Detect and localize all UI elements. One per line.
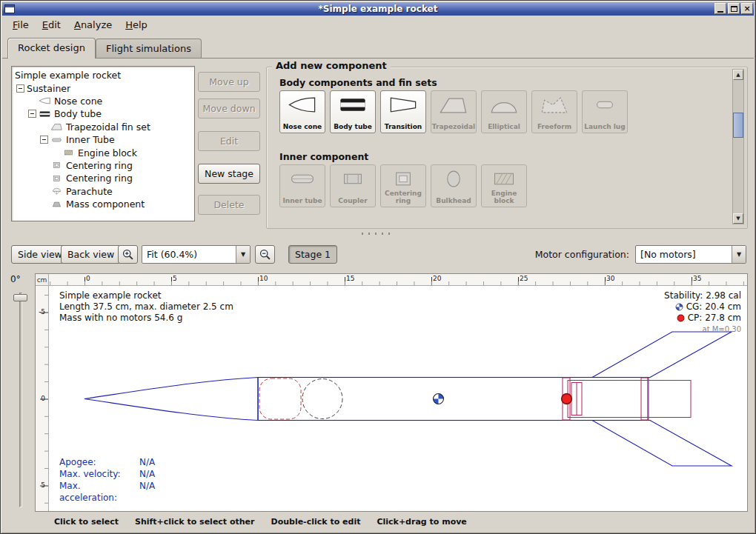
centering-ring-icon bbox=[50, 174, 63, 183]
menu-file[interactable]: File bbox=[7, 17, 35, 33]
move-up-button: Move up bbox=[198, 72, 260, 92]
add-trapezoidal-fin-button: Trapezoidal bbox=[431, 90, 477, 133]
tree-item-label: Centering ring bbox=[66, 173, 133, 184]
inner-tube-icon bbox=[286, 169, 319, 189]
palette-button-label: Trapezoidal bbox=[432, 124, 475, 131]
ruler-tick-label: 0 bbox=[86, 275, 90, 282]
add-centering-ring-button: Centering ring bbox=[380, 164, 426, 207]
ruler-tick-label: 15 bbox=[346, 275, 354, 282]
palette-button-label: Engine block bbox=[482, 190, 526, 204]
tree-item-label: Sustainer bbox=[27, 83, 70, 94]
nose-cone-outline[interactable] bbox=[84, 378, 258, 421]
chevron-down-icon[interactable]: ▼ bbox=[236, 246, 250, 263]
centering-ring-icon bbox=[387, 169, 420, 189]
menu-help[interactable]: Help bbox=[119, 17, 153, 33]
ruler-tick-label: 10 bbox=[259, 275, 268, 282]
add-freeform-fin-button: Freeform bbox=[531, 90, 577, 133]
close-button[interactable]: × bbox=[741, 3, 753, 14]
parachute-outline[interactable] bbox=[259, 378, 301, 419]
tree-item-body-tube[interactable]: Body tube bbox=[12, 107, 194, 120]
tree-item-label: Simple example rocket bbox=[15, 70, 121, 81]
zoom-value: Fit (60.4%) bbox=[142, 249, 236, 260]
tree-collapse-icon[interactable] bbox=[28, 110, 36, 118]
stability-value: Stability: 2.98 cal bbox=[664, 290, 741, 301]
splitter-handle[interactable] bbox=[2, 231, 754, 237]
zoom-combo[interactable]: Fit (60.4%)▼ bbox=[142, 245, 251, 264]
add-coupler-button: Coupler bbox=[330, 164, 376, 207]
close-icon: × bbox=[743, 4, 750, 13]
tree-item-label: Engine block bbox=[78, 147, 137, 158]
tab-rocket-design[interactable]: Rocket design bbox=[7, 38, 96, 59]
engine-block-icon bbox=[62, 148, 75, 157]
hint-shift-click: Shift+click to select other bbox=[135, 517, 255, 527]
add-body-tube-button[interactable]: Body tube bbox=[330, 90, 376, 133]
title-bar[interactable]: *Simple example rocket × bbox=[2, 2, 754, 16]
tab-strip: Rocket design Flight simulations bbox=[2, 35, 202, 59]
tree-item-mass-component[interactable]: Mass component bbox=[12, 198, 194, 210]
mass-component-outline[interactable] bbox=[302, 379, 342, 419]
tree-item-parachute[interactable]: Parachute bbox=[12, 185, 194, 198]
hint-click-select: Click to select bbox=[54, 517, 119, 527]
zoom-out-button[interactable] bbox=[255, 245, 275, 264]
rotation-angle-label: 0° bbox=[10, 274, 21, 284]
tree-item-centering-ring-2[interactable]: Centering ring bbox=[12, 172, 194, 184]
scroll-up-icon[interactable]: ▲ bbox=[733, 70, 743, 80]
rocket-canvas[interactable]: Simple example rocket Length 37.5 cm, ma… bbox=[49, 286, 749, 513]
inner-tube-outline[interactable] bbox=[568, 381, 691, 418]
cp-marker bbox=[562, 394, 572, 404]
vertical-ruler: -5 0 5 bbox=[36, 286, 49, 511]
rotation-slider-handle[interactable] bbox=[13, 294, 27, 301]
cg-value: CG: 20.4 cm bbox=[686, 301, 741, 313]
edit-button: Edit bbox=[198, 131, 260, 151]
scrollbar-thumb[interactable] bbox=[733, 113, 743, 138]
maximize-button[interactable] bbox=[728, 3, 740, 14]
apogee-label: Apogee: bbox=[59, 456, 139, 468]
zoom-in-button[interactable] bbox=[118, 245, 138, 264]
fin-set-icon bbox=[50, 122, 63, 131]
new-stage-button[interactable]: New stage bbox=[198, 164, 260, 184]
scroll-down-icon[interactable]: ▼ bbox=[733, 213, 743, 224]
flight-data: Apogee:N/A Max. velocity:N/A Max. accele… bbox=[59, 456, 155, 504]
ruler-tick-label: 35 bbox=[693, 275, 701, 282]
tree-collapse-icon[interactable] bbox=[40, 136, 48, 144]
tree-item-nose-cone[interactable]: Nose cone bbox=[12, 95, 194, 107]
apogee-value: N/A bbox=[139, 456, 155, 468]
tree-collapse-icon[interactable] bbox=[16, 84, 24, 93]
tree-item-inner-tube[interactable]: Inner Tube bbox=[12, 133, 194, 146]
back-view-button[interactable]: Back view bbox=[61, 245, 121, 264]
tree-item-rocket[interactable]: Simple example rocket bbox=[12, 69, 194, 81]
rocket-info: Simple example rocket Length 37.5 cm, ma… bbox=[59, 290, 233, 324]
palette-button-label: Transition bbox=[385, 124, 422, 131]
centering-ring-icon bbox=[50, 161, 63, 170]
menu-analyze[interactable]: Analyze bbox=[68, 17, 118, 33]
tree-item-centering-ring-1[interactable]: Centering ring bbox=[12, 159, 194, 172]
maximize-icon bbox=[731, 6, 737, 12]
tree-item-sustainer[interactable]: Sustainer bbox=[12, 81, 194, 94]
minimize-button[interactable] bbox=[714, 3, 726, 14]
add-transition-button[interactable]: Transition bbox=[380, 90, 426, 133]
palette-button-label: Bulkhead bbox=[436, 198, 471, 205]
motor-configuration-combo[interactable]: [No motors]▼ bbox=[635, 245, 746, 264]
rotation-slider-track[interactable] bbox=[19, 293, 22, 507]
fin-top-outline[interactable] bbox=[592, 332, 732, 378]
fin-bottom-outline[interactable] bbox=[592, 421, 732, 467]
tree-item-trapezoidal-fin-set[interactable]: Trapezoidal fin set bbox=[12, 121, 194, 133]
add-nose-cone-button[interactable]: Nose cone bbox=[279, 90, 325, 133]
menu-edit[interactable]: Edit bbox=[36, 17, 67, 33]
ruler-tick-label: 20 bbox=[433, 275, 441, 282]
tab-flight-simulations[interactable]: Flight simulations bbox=[96, 39, 202, 58]
minimize-icon bbox=[717, 11, 723, 13]
palette-scrollbar[interactable]: ▲ ▼ bbox=[732, 69, 744, 224]
tree-item-engine-block[interactable]: Engine block bbox=[12, 146, 194, 158]
ruler-tick-label: 25 bbox=[520, 275, 528, 282]
body-tube-outline[interactable] bbox=[258, 378, 648, 421]
stage-1-toggle[interactable]: Stage 1 bbox=[288, 245, 337, 264]
chevron-down-icon[interactable]: ▼ bbox=[732, 246, 746, 263]
component-tree[interactable]: Simple example rocket Sustainer Nose con… bbox=[11, 66, 195, 221]
menu-bar: File Edit Analyze Help bbox=[2, 16, 754, 34]
zoom-in-icon bbox=[122, 248, 134, 261]
palette-button-label: Coupler bbox=[338, 198, 367, 205]
cp-icon bbox=[677, 314, 685, 322]
nose-cone-icon bbox=[39, 96, 51, 105]
add-elliptical-fin-button: Elliptical bbox=[481, 90, 527, 133]
